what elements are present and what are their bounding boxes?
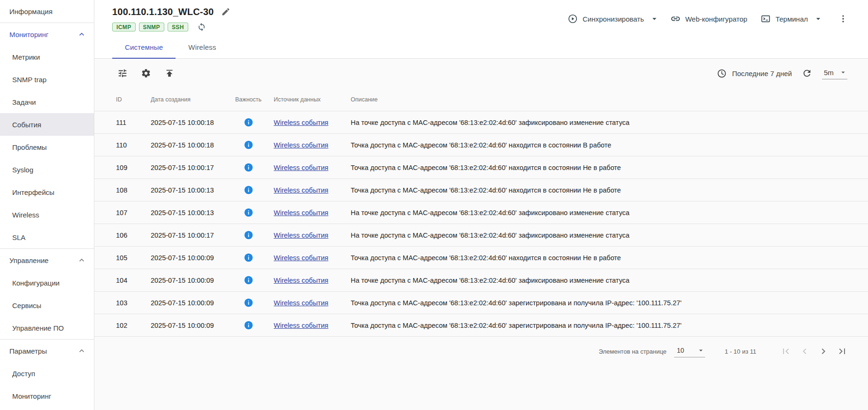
info-icon <box>244 230 253 240</box>
sidebar-item-management[interactable]: Управление <box>0 249 94 271</box>
event-description: На точке доступа с MAC-адресом '68:13:e2… <box>351 277 849 284</box>
filter-button[interactable] <box>116 67 129 80</box>
web-configurator-button[interactable]: Web-конфигуратор <box>667 11 751 27</box>
main-area: 100.110.1.130_WLC-30 ICMP SNMP SSH <box>94 0 868 410</box>
sidebar-item-tasks[interactable]: Задачи <box>0 91 94 113</box>
sidebar-item-label: Метрики <box>12 53 40 61</box>
tab-system[interactable]: Системные <box>112 36 176 58</box>
events-table: ID Дата создания Важность Источник данны… <box>94 88 868 337</box>
event-id: 104 <box>116 277 151 284</box>
protocol-badge-snmp: SNMP <box>139 23 164 31</box>
sidebar-item-problems[interactable]: Проблемы <box>0 136 94 158</box>
table-row: 103 2025-07-15 10:00:09 Wireless события… <box>94 292 868 314</box>
sidebar-item-monitoring-settings[interactable]: Мониторинг <box>0 385 94 407</box>
event-description: Точка доступа с MAC-адресом '68:13:e2:02… <box>351 254 849 262</box>
sidebar-item-sla[interactable]: SLA <box>0 226 94 248</box>
sidebar-item-interfaces[interactable]: Интерфейсы <box>0 181 94 203</box>
terminal-action-group: Терминал <box>757 11 825 27</box>
next-page-button[interactable] <box>816 344 830 358</box>
sync-icon <box>197 23 206 31</box>
event-source-cell: Wireless события <box>274 119 351 126</box>
event-source-link[interactable]: Wireless события <box>274 277 328 284</box>
table-row: 111 2025-07-15 10:00:18 Wireless события… <box>94 111 868 134</box>
sidebar-item-services[interactable]: Сервисы <box>0 294 94 317</box>
sidebar-item-label: Мониторинг <box>9 31 48 39</box>
sidebar-item-access[interactable]: Доступ <box>0 362 94 385</box>
first-page-button[interactable] <box>779 344 793 358</box>
synchronize-button[interactable]: Синхронизировать <box>564 11 648 27</box>
sidebar-item-configurations[interactable]: Конфигурации <box>0 271 94 294</box>
sync-action-group: Синхронизировать <box>564 11 661 27</box>
event-source-link[interactable]: Wireless события <box>274 232 328 239</box>
sidebar-item-monitoring[interactable]: Мониторинг <box>0 23 94 46</box>
event-source-cell: Wireless события <box>274 141 351 149</box>
sidebar-item-wireless[interactable]: Wireless <box>0 203 94 226</box>
chevron-up-icon <box>77 255 86 265</box>
terminal-icon <box>760 14 771 24</box>
info-icon <box>244 208 253 217</box>
synchronize-dropdown-button[interactable] <box>648 11 661 26</box>
table-row: 110 2025-07-15 10:00:18 Wireless события… <box>94 134 868 156</box>
sidebar-item-syslog[interactable]: Syslog <box>0 158 94 181</box>
events-panel: Последние 7 дней 5m ID Дата создания Важ… <box>94 59 868 358</box>
event-source-link[interactable]: Wireless события <box>274 141 328 149</box>
terminal-button-label: Терминал <box>776 15 808 23</box>
sidebar-item-software-management[interactable]: Управление ПО <box>0 317 94 339</box>
event-source-link[interactable]: Wireless события <box>274 322 328 329</box>
event-created-date: 2025-07-15 10:00:17 <box>151 232 235 239</box>
tab-system-label: Системные <box>125 43 163 51</box>
event-source-cell: Wireless события <box>274 209 351 217</box>
edit-title-button[interactable] <box>220 6 231 17</box>
auto-refresh-interval-select[interactable]: 5m <box>822 67 847 79</box>
tab-wireless[interactable]: Wireless <box>176 36 229 58</box>
event-created-date: 2025-07-15 10:00:09 <box>151 254 235 262</box>
device-header: 100.110.1.130_WLC-30 ICMP SNMP SSH <box>94 0 868 36</box>
sidebar-item-label: Управление <box>9 256 48 264</box>
event-source-link[interactable]: Wireless события <box>274 209 328 217</box>
event-source-link[interactable]: Wireless события <box>274 254 328 262</box>
terminal-button[interactable]: Терминал <box>757 11 812 27</box>
chevron-down-icon <box>650 14 659 23</box>
table-settings-button[interactable] <box>139 67 153 80</box>
sidebar-item-events[interactable]: События <box>0 113 94 136</box>
last-page-button[interactable] <box>835 344 849 358</box>
event-source-link[interactable]: Wireless события <box>274 299 328 307</box>
event-severity <box>235 320 274 330</box>
period-selector-label: Последние 7 дней <box>732 70 792 77</box>
app-window: ИнформацияМониторингМетрикиSNMP trapЗада… <box>0 0 868 410</box>
event-source-link[interactable]: Wireless события <box>274 119 328 126</box>
event-source-link[interactable]: Wireless события <box>274 186 328 194</box>
toolbar-right: Последние 7 дней 5m <box>717 67 847 80</box>
sidebar-item-label: Управление ПО <box>12 324 64 332</box>
event-id: 105 <box>116 254 151 262</box>
sidebar-item-label: Параметры <box>9 347 47 355</box>
event-source-cell: Wireless события <box>274 164 351 171</box>
event-id: 106 <box>116 232 151 239</box>
tune-icon <box>117 68 128 78</box>
event-description: Точка доступа с MAC-адресом '68:13:e2:02… <box>351 141 849 149</box>
terminal-dropdown-button[interactable] <box>812 11 825 26</box>
sidebar-item-parameters[interactable]: Параметры <box>0 340 94 362</box>
refresh-availability-button[interactable] <box>196 22 207 32</box>
sidebar-item-metrics[interactable]: Метрики <box>0 46 94 68</box>
event-source-link[interactable]: Wireless события <box>274 164 328 171</box>
items-per-page-value: 10 <box>677 347 684 354</box>
page-range-label: 1 - 10 из 11 <box>725 348 756 355</box>
title-row: 100.110.1.130_WLC-30 <box>112 6 231 17</box>
items-per-page-select[interactable]: 10 <box>674 345 705 357</box>
chevron-up-icon <box>77 30 86 39</box>
refresh-table-button[interactable] <box>800 67 814 80</box>
period-selector[interactable]: Последние 7 дней <box>717 69 792 78</box>
event-id: 110 <box>116 141 151 149</box>
sidebar-item-label: Syslog <box>12 166 33 174</box>
sidebar-item-information[interactable]: Информация <box>0 0 94 23</box>
export-button[interactable] <box>163 67 176 80</box>
info-icon <box>244 320 253 330</box>
table-row: 107 2025-07-15 10:00:13 Wireless события… <box>94 201 868 224</box>
more-menu-button[interactable] <box>837 13 849 25</box>
gear-icon <box>141 68 151 78</box>
info-icon <box>244 140 253 150</box>
events-toolbar: Последние 7 дней 5m <box>94 59 868 88</box>
sidebar-item-snmp-trap[interactable]: SNMP trap <box>0 68 94 91</box>
prev-page-button[interactable] <box>798 344 812 358</box>
